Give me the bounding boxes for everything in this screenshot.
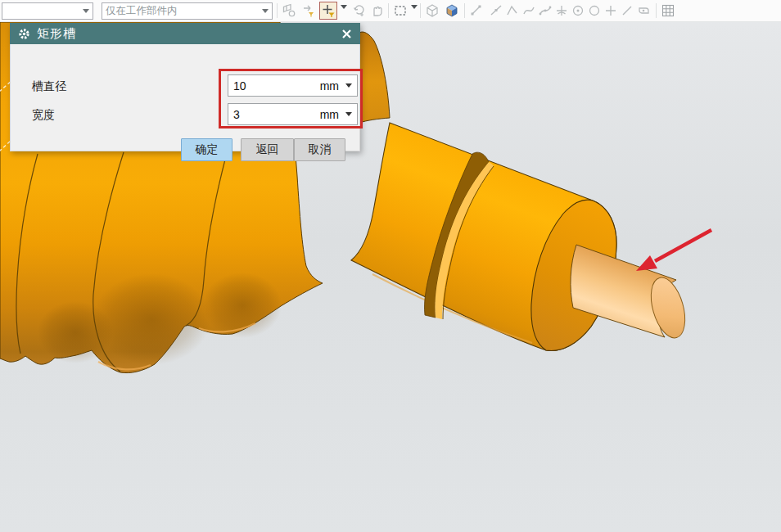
- ok-button[interactable]: 确定: [181, 138, 232, 161]
- cancel-button[interactable]: 取消: [294, 138, 345, 161]
- snap-circle-icon[interactable]: [587, 3, 602, 18]
- groove-diameter-input[interactable]: 10 mm: [228, 74, 358, 97]
- toolbar-separator: [420, 3, 421, 18]
- rotate-reposition-icon[interactable]: [352, 3, 367, 18]
- snap-spline-point-icon[interactable]: [538, 3, 553, 18]
- snap-intersection-icon[interactable]: [521, 3, 536, 18]
- snap-circle-center-icon[interactable]: [571, 3, 585, 18]
- rectangular-groove-dialog: 矩形槽 槽直径 宽度 10 mm 3 mm 确定 返回 取: [10, 23, 360, 151]
- back-button[interactable]: 返回: [241, 138, 294, 161]
- marquee-select-icon[interactable]: [393, 3, 408, 18]
- shaded-view-cube-icon[interactable]: [445, 3, 459, 18]
- hand-reposition-icon[interactable]: [370, 3, 385, 18]
- width-value: 3: [233, 108, 320, 121]
- toolbar: 仅在工作部件内: [0, 0, 781, 22]
- width-input[interactable]: 3 mm: [228, 103, 358, 125]
- work-part-filter-value: 仅在工作部件内: [106, 4, 262, 18]
- width-unit: mm: [320, 108, 339, 121]
- toolbar-separator: [277, 3, 278, 18]
- unit-dropdown-icon[interactable]: [345, 83, 352, 88]
- work-part-filter-combo[interactable]: 仅在工作部件内: [102, 2, 273, 20]
- shaded-wireframe-cube-icon[interactable]: [425, 3, 440, 18]
- selection-scope-combo[interactable]: [2, 2, 93, 20]
- groove-diameter-unit: mm: [320, 79, 339, 92]
- width-label: 宽度: [32, 108, 55, 123]
- snap-arc-center-icon[interactable]: [554, 3, 569, 18]
- toolbar-separator: [464, 3, 465, 18]
- chevron-down-icon[interactable]: [341, 9, 347, 24]
- dialog-body: 槽直径 宽度 10 mm 3 mm 确定 返回 取消: [10, 44, 360, 151]
- application-window: 仅在工作部件内: [0, 0, 781, 532]
- dialog-title: 矩形槽: [37, 26, 76, 42]
- chevron-down-icon: [83, 9, 89, 13]
- snap-point-plus-icon[interactable]: [603, 3, 618, 18]
- toolbar-separator: [388, 3, 389, 18]
- gear-icon: [18, 28, 30, 40]
- snap-face-icon[interactable]: [636, 3, 651, 18]
- grid-snap-icon[interactable]: [661, 3, 675, 18]
- chevron-down-icon[interactable]: [411, 9, 418, 24]
- toolbar-separator: [656, 3, 657, 18]
- snap-line-icon[interactable]: [620, 3, 634, 18]
- move-component-icon[interactable]: [301, 3, 316, 18]
- chevron-down-icon: [262, 9, 269, 13]
- snap-point-icon[interactable]: [319, 2, 337, 20]
- snap-endpoint-icon[interactable]: [469, 3, 484, 18]
- dialog-title-bar[interactable]: 矩形槽: [10, 23, 360, 44]
- groove-diameter-value: 10: [233, 79, 320, 92]
- snap-control-point-icon[interactable]: [505, 3, 520, 18]
- assembly-constraints-icon[interactable]: [282, 3, 296, 18]
- groove-diameter-label: 槽直径: [32, 79, 66, 94]
- snap-midpoint-icon[interactable]: [489, 3, 503, 18]
- unit-dropdown-icon[interactable]: [345, 112, 352, 116]
- close-icon[interactable]: [339, 26, 354, 41]
